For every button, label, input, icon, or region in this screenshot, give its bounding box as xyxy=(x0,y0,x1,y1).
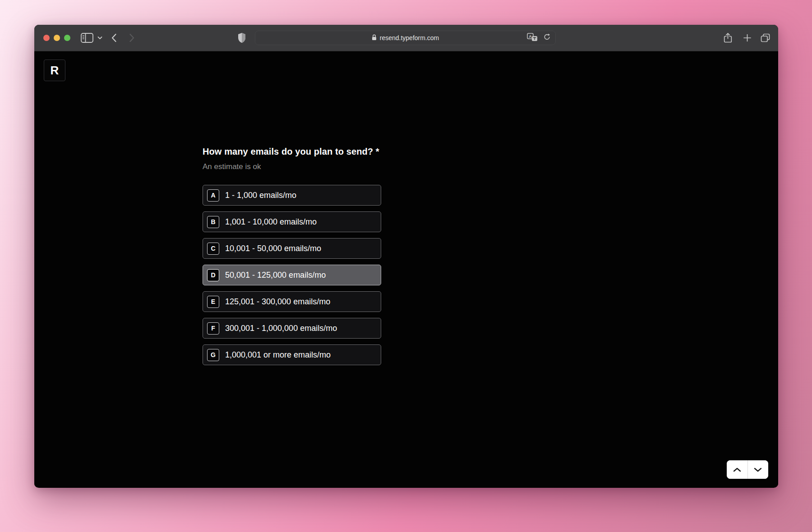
answer-option[interactable]: B 1,001 - 10,000 emails/mo xyxy=(203,211,381,232)
question-title: How many emails do you plan to send? * xyxy=(203,145,410,158)
forward-button[interactable] xyxy=(129,33,135,42)
webpage-content: R How many emails do you plan to send? *… xyxy=(34,51,778,487)
browser-toolbar: resend.typeform.com A xyxy=(34,25,778,51)
answer-key-badge: E xyxy=(207,296,219,308)
answer-label: 1,001 - 10,000 emails/mo xyxy=(225,217,317,227)
answer-key-badge: F xyxy=(207,322,219,335)
answer-option[interactable]: D 50,001 - 125,000 emails/mo xyxy=(203,265,381,285)
reload-icon[interactable] xyxy=(543,33,551,43)
answer-option[interactable]: G 1,000,001 or more emails/mo xyxy=(203,344,381,365)
answer-label: 1 - 1,000 emails/mo xyxy=(225,191,296,200)
zoom-window-button[interactable] xyxy=(64,35,70,41)
previous-question-button[interactable] xyxy=(727,460,748,479)
chevron-down-icon xyxy=(754,468,762,472)
sidebar-toggle-icon[interactable] xyxy=(81,33,93,43)
question-block: How many emails do you plan to send? * A… xyxy=(203,145,410,371)
options-list: A 1 - 1,000 emails/mo B 1,001 - 10,000 e… xyxy=(203,185,410,365)
answer-key-badge: C xyxy=(207,243,219,255)
sidebar-menu-chevron-down-icon[interactable] xyxy=(97,37,102,40)
translate-icon[interactable]: A xyxy=(527,33,538,43)
answer-label: 125,001 - 300,000 emails/mo xyxy=(225,297,330,307)
address-bar-domain-wrap: resend.typeform.com xyxy=(372,34,439,42)
minimize-window-button[interactable] xyxy=(54,35,60,41)
answer-key-badge: G xyxy=(207,349,219,361)
answer-key-badge: A xyxy=(207,189,219,202)
address-bar-actions: A xyxy=(527,31,551,45)
svg-text:A: A xyxy=(529,34,532,38)
answer-label: 50,001 - 125,000 emails/mo xyxy=(225,271,326,280)
answer-option[interactable]: C 10,001 - 50,000 emails/mo xyxy=(203,238,381,259)
browser-window: resend.typeform.com A xyxy=(34,25,778,488)
form-navigation xyxy=(727,460,768,479)
answer-label: 10,001 - 50,000 emails/mo xyxy=(225,244,321,253)
resend-logo[interactable]: R xyxy=(44,60,65,81)
answer-label: 1,000,001 or more emails/mo xyxy=(225,350,331,360)
address-bar-url: resend.typeform.com xyxy=(380,34,439,41)
share-icon[interactable] xyxy=(724,33,732,43)
new-tab-plus-icon[interactable] xyxy=(743,34,751,42)
question-subtitle: An estimate is ok xyxy=(203,162,410,172)
privacy-shield-icon[interactable] xyxy=(237,32,246,43)
answer-key-badge: D xyxy=(207,269,219,281)
address-bar[interactable]: resend.typeform.com A xyxy=(255,31,556,45)
answer-option[interactable]: F 300,001 - 1,000,000 emails/mo xyxy=(203,318,381,339)
close-window-button[interactable] xyxy=(43,35,50,41)
answer-label: 300,001 - 1,000,000 emails/mo xyxy=(225,324,337,333)
back-button[interactable] xyxy=(111,33,117,42)
answer-key-badge: B xyxy=(207,216,219,228)
window-controls xyxy=(43,35,70,41)
answer-option[interactable]: E 125,001 - 300,000 emails/mo xyxy=(203,291,381,312)
answer-option[interactable]: A 1 - 1,000 emails/mo xyxy=(203,185,381,206)
next-question-button[interactable] xyxy=(748,460,769,479)
lock-icon xyxy=(372,34,377,42)
tab-overview-icon[interactable] xyxy=(761,34,770,42)
chevron-up-icon xyxy=(733,468,741,472)
